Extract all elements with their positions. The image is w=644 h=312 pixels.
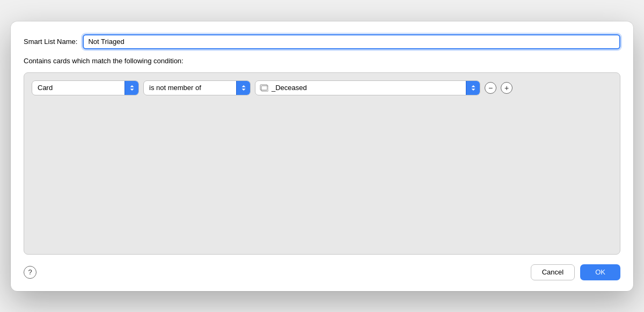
ok-button[interactable]: OK <box>580 264 620 280</box>
cancel-button[interactable]: Cancel <box>531 264 575 280</box>
list-stack-icon <box>260 84 268 92</box>
condition-row: Card is not member of <box>32 80 612 95</box>
operator-select-label: is not member of <box>144 81 236 94</box>
footer-buttons: Cancel OK <box>531 264 620 280</box>
field-select[interactable]: Card <box>32 80 139 95</box>
value-select-arrow[interactable] <box>466 81 480 95</box>
smart-list-name-input[interactable] <box>83 34 620 49</box>
description-text: Contains cards which match the following… <box>24 57 620 65</box>
field-select-label: Card <box>32 81 125 94</box>
smart-list-dialog: Smart List Name: Contains cards which ma… <box>11 21 633 291</box>
chevron-updown-icon <box>471 85 476 91</box>
chevron-updown-icon <box>241 85 246 91</box>
help-button[interactable]: ? <box>24 266 36 279</box>
operator-select-arrow[interactable] <box>236 81 250 95</box>
name-label: Smart List Name: <box>24 38 77 46</box>
chevron-updown-icon <box>129 85 135 91</box>
name-row: Smart List Name: <box>24 34 620 49</box>
conditions-area: Card is not member of <box>24 72 620 255</box>
field-select-arrow[interactable] <box>125 81 138 95</box>
operator-select[interactable]: is not member of <box>143 80 251 95</box>
add-condition-button[interactable]: + <box>501 82 513 94</box>
remove-condition-button[interactable]: − <box>485 82 496 94</box>
dialog-footer: ? Cancel OK <box>24 262 620 280</box>
value-select[interactable]: _Deceased <box>255 80 480 95</box>
value-select-label: _Deceased <box>272 84 462 92</box>
value-left: _Deceased <box>255 84 466 92</box>
